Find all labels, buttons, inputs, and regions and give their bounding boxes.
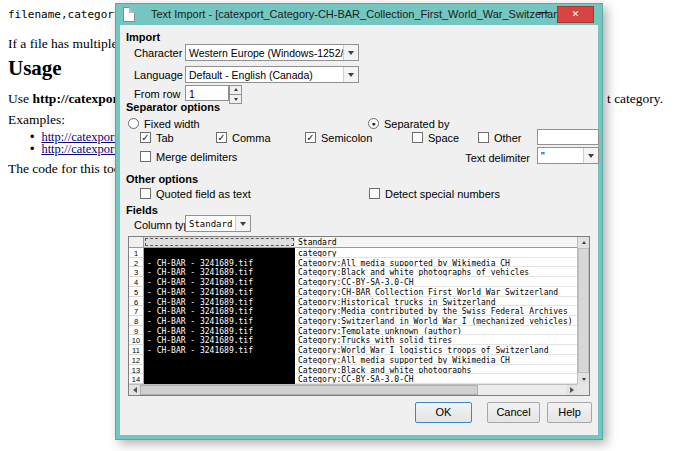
vertical-scrollbar-thumb[interactable]: [578, 248, 589, 373]
tab-label: Tab: [156, 132, 174, 144]
filename-cell[interactable]: - CH-BAR - 3241689.tif: [144, 345, 295, 355]
semicolon-checkbox[interactable]: ✓ Semicolon: [305, 131, 372, 144]
charset-value: Western Europe (Windows-1252/WinLatin 1): [186, 45, 343, 60]
text-import-dialog: Text Import - [catexport_Category-CH-BAR…: [115, 3, 603, 440]
scroll-down-icon[interactable]: [578, 373, 589, 384]
dialog-title: Text Import - [catexport_Category-CH-BAR…: [151, 8, 588, 20]
corner-cell: [129, 237, 144, 247]
chevron-down-icon[interactable]: [343, 67, 358, 82]
category-cell[interactable]: Category:CH-BAR Collection First World W…: [295, 287, 577, 297]
scroll-up-icon[interactable]: [578, 237, 589, 248]
horizontal-scrollbar[interactable]: [129, 384, 577, 395]
separated-by-label: Separated by: [384, 118, 449, 130]
text-delimiter-select[interactable]: ": [537, 147, 599, 164]
category-column-header[interactable]: Standard: [295, 237, 577, 247]
charset-select[interactable]: Western Europe (Windows-1252/WinLatin 1): [185, 44, 359, 61]
tab-checkbox[interactable]: ✓ Tab: [140, 131, 174, 144]
category-cell[interactable]: Category:CC-BY-SA-3.0-CH: [295, 374, 577, 384]
table-row: 7- CH-BAR - 3241689.tifCategory:Media co…: [129, 306, 577, 316]
fixed-width-radio[interactable]: Fixed width: [128, 117, 200, 130]
category-cell[interactable]: Category:All media supported by Wikimedi…: [295, 258, 577, 268]
from-row-input[interactable]: 1: [185, 85, 229, 101]
filename-cell[interactable]: - CH-BAR - 3241689.tif: [144, 277, 295, 287]
dialog-titlebar[interactable]: Text Import - [catexport_Category-CH-BAR…: [116, 4, 602, 25]
filename-cell[interactable]: - CH-BAR - 3241689.tif: [144, 267, 295, 277]
other-separator-input[interactable]: [537, 129, 599, 145]
category-cell[interactable]: Category:Black and white photographs of …: [295, 267, 577, 277]
category-cell[interactable]: Category:Trucks with solid tires: [295, 335, 577, 345]
ok-button[interactable]: OK: [415, 402, 472, 423]
row-number: 12: [129, 355, 144, 365]
horizontal-scrollbar-thumb[interactable]: [140, 385, 478, 395]
filename-cell[interactable]: [144, 374, 295, 384]
table-row: 12Category:All media supported by Wikime…: [129, 355, 577, 365]
space-checkbox[interactable]: Space: [412, 131, 459, 144]
table-row: 3- CH-BAR - 3241689.tifCategory:Black an…: [129, 267, 577, 277]
scroll-right-icon[interactable]: [566, 385, 577, 395]
checkmark-icon: ✓: [216, 132, 227, 143]
checkmark-icon: [369, 188, 380, 199]
filename-cell[interactable]: [144, 248, 295, 258]
row-number: 2: [129, 258, 144, 268]
spin-up-icon[interactable]: [229, 85, 242, 95]
category-cell[interactable]: Category:Media contributed by the Swiss …: [295, 306, 577, 316]
usage-line-fragment: t category.: [607, 91, 663, 107]
preview-grid: Standard 1category 2- CH-BAR - 3241689.t…: [129, 237, 577, 384]
category-cell[interactable]: Category:Switzerland in World War I (mec…: [295, 316, 577, 326]
filename-cell[interactable]: [144, 355, 295, 365]
category-cell[interactable]: category: [295, 248, 577, 258]
spin-down-icon[interactable]: [229, 95, 242, 104]
close-button[interactable]: ✕: [557, 6, 594, 23]
close-icon: ✕: [572, 9, 580, 19]
preview-header-row: Standard: [129, 237, 577, 248]
category-cell[interactable]: Category:World War I logistics troops of…: [295, 345, 577, 355]
checkmark-icon: ✓: [140, 132, 151, 143]
category-cell[interactable]: Category:Historical trucks in Switzerlan…: [295, 297, 577, 307]
detect-numbers-checkbox[interactable]: Detect special numbers: [369, 187, 500, 200]
row-number: 1: [129, 248, 144, 258]
scroll-left-icon[interactable]: [129, 385, 140, 395]
text-delimiter-value: ": [538, 148, 583, 163]
quoted-field-checkbox[interactable]: Quoted field as text: [140, 187, 251, 200]
bullet-icon: •: [30, 142, 34, 156]
cancel-button[interactable]: Cancel: [487, 402, 540, 423]
help-button[interactable]: Help: [547, 402, 592, 423]
table-row: 14Category:CC-BY-SA-3.0-CH: [129, 374, 577, 384]
filename-cell[interactable]: - CH-BAR - 3241689.tif: [144, 297, 295, 307]
table-row: 8- CH-BAR - 3241689.tifCategory:Switzerl…: [129, 316, 577, 326]
filename-cell[interactable]: - CH-BAR - 3241689.tif: [144, 287, 295, 297]
comma-checkbox[interactable]: ✓ Comma: [216, 131, 271, 144]
table-row: 11- CH-BAR - 3241689.tifCategory:World W…: [129, 345, 577, 355]
comma-label: Comma: [232, 132, 271, 144]
fixed-width-label: Fixed width: [144, 118, 200, 130]
vertical-scrollbar[interactable]: [577, 237, 589, 384]
dialog-body: Import Character set Western Europe (Win…: [120, 25, 598, 435]
csv-format-code: filename,category: [8, 8, 121, 21]
chevron-down-icon[interactable]: [583, 148, 598, 163]
chevron-down-icon[interactable]: [235, 216, 250, 231]
other-checkbox[interactable]: Other: [478, 131, 522, 144]
row-number: 9: [129, 326, 144, 336]
row-number: 8: [129, 316, 144, 326]
category-cell[interactable]: Category:Template unknown (author): [295, 326, 577, 336]
filename-cell[interactable]: [144, 365, 295, 375]
chevron-down-icon[interactable]: [343, 45, 358, 60]
column-type-select[interactable]: Standard: [185, 215, 251, 232]
merge-delimiters-checkbox[interactable]: Merge delimiters: [140, 150, 237, 163]
separated-by-radio[interactable]: ● Separated by: [368, 117, 449, 130]
row-number: 3: [129, 267, 144, 277]
filename-cell[interactable]: - CH-BAR - 3241689.tif: [144, 316, 295, 326]
filename-cell[interactable]: - CH-BAR - 3241689.tif: [144, 335, 295, 345]
radio-icon: [128, 118, 139, 129]
filename-cell[interactable]: - CH-BAR - 3241689.tif: [144, 306, 295, 316]
row-number: 4: [129, 277, 144, 287]
category-cell[interactable]: Category:Black and white photographs: [295, 365, 577, 375]
filename-cell[interactable]: - CH-BAR - 3241689.tif: [144, 258, 295, 268]
language-select[interactable]: Default - English (Canada): [185, 66, 359, 83]
examples-label: Examples:: [8, 112, 65, 128]
category-cell[interactable]: Category:CC-BY-SA-3.0-CH: [295, 277, 577, 287]
table-row: 5- CH-BAR - 3241689.tifCategory:CH-BAR C…: [129, 287, 577, 297]
filename-column-header[interactable]: [144, 237, 295, 247]
category-cell[interactable]: Category:All media supported by Wikimedi…: [295, 355, 577, 365]
filename-cell[interactable]: - CH-BAR - 3241689.tif: [144, 326, 295, 336]
